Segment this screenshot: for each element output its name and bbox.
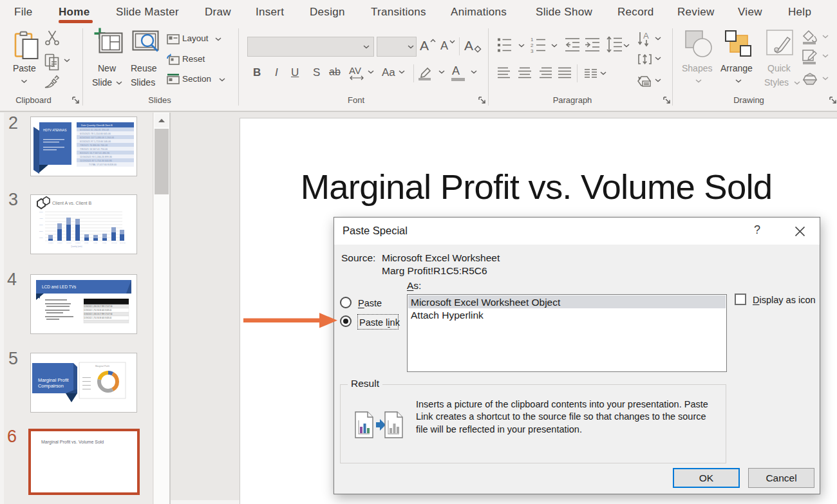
svg-text:Date Quantity Client A Cl: Date Quantity Client A Client B	[81, 124, 113, 127]
svg-text:7/8/21: 7/8/21	[84, 242, 89, 243]
svg-text:7/8/2021 76 886.80 766.08: 7/8/2021 76 886.80 766.08	[80, 144, 108, 147]
svg-text:11/16/2021 1,184 26.17 899: 11/16/2021 1,184 26.17 899 17,017.60	[84, 313, 113, 315]
svg-text:6/24/2001 107 5,084.06 1,16: 6/24/2001 107 5,084.06 1,164.06	[80, 136, 114, 139]
svg-text:6/13/2021 97 1,713.66 546.0: 6/13/2021 97 1,713.66 546.06	[80, 140, 111, 143]
svg-text:Marginal Profit: Marginal Profit	[38, 377, 69, 383]
svg-text:LCD and LED TVs: LCD and LED TVs	[42, 285, 77, 289]
svg-text:6/13/2001 61 260.81 390.08: 6/13/2001 61 260.81 390.08	[80, 129, 109, 131]
svg-text:HDTV ATENNAS: HDTV ATENNAS	[43, 129, 66, 132]
svg-text:A: A	[643, 31, 649, 41]
svg-text:11/16/2021 93 1,184.26 899.: 11/16/2021 93 1,184.26 899.36	[80, 156, 112, 158]
svg-text:4000: 4000	[39, 218, 43, 219]
svg-text:11/19/21: 11/19/21	[120, 242, 126, 243]
svg-text:6/24/21: 6/24/21	[66, 242, 71, 243]
svg-text:1: 1	[531, 37, 534, 42]
svg-text:TOTAL 17,017.60 8,658.40: TOTAL 17,017.60 8,658.40	[89, 163, 117, 166]
svg-text:3000: 3000	[39, 224, 43, 226]
svg-text:2000: 2000	[39, 230, 43, 232]
svg-text:6/13/21: 6/13/21	[75, 242, 80, 243]
svg-text:Marginal Profit: Marginal Profit	[95, 365, 109, 368]
svg-text:6/13/21: 6/13/21	[48, 242, 53, 243]
svg-text:5000: 5000	[39, 211, 43, 213]
svg-text:7/8/2021 16 567.01 794.06: 7/8/2021 16 567.01 794.06	[80, 148, 108, 151]
svg-text:11/16/21: 11/16/21	[111, 242, 117, 243]
svg-text:11/19/2021 1,754 36.36 640: 11/19/2021 1,754 36.36 640 8,658.40	[84, 309, 112, 312]
svg-text:6/15/21: 6/15/21	[57, 242, 62, 243]
svg-text:8/2/21: 8/2/21	[102, 242, 107, 243]
svg-text:8/2/2021 16.7 567.01 480.36: 8/2/2021 16.7 567.01 480.36	[80, 152, 109, 154]
svg-text:1000: 1000	[39, 237, 43, 239]
svg-text:11/16/2021 1,184 26.17 899: 11/16/2021 1,184 26.17 899 17,017.60	[84, 305, 113, 308]
svg-text:7/8/21: 7/8/21	[93, 242, 98, 243]
svg-text:Client A vs. Client B: Client A vs. Client B	[52, 201, 91, 205]
svg-text:Compairson: Compairson	[38, 383, 64, 389]
svg-text:Quantity (units): Quantity (units)	[71, 245, 82, 248]
svg-text:2: 2	[531, 42, 534, 48]
svg-text:11/19/2021 1,754 36.36 640: 11/19/2021 1,754 36.36 640 8,658.40	[84, 317, 112, 319]
svg-text:3: 3	[531, 48, 534, 54]
svg-text:6/15/2021 78 1,114.66 645.0: 6/15/2021 78 1,114.66 645.06	[80, 133, 111, 135]
svg-text:11/19/2021 87 1,754.36 640.: 11/19/2021 87 1,754.36 640.86	[80, 160, 112, 162]
